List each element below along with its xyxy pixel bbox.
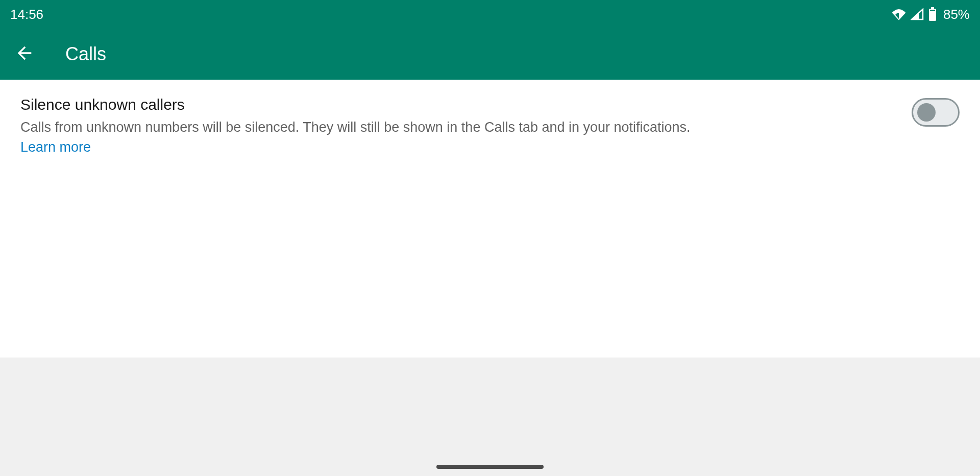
arrow-back-icon <box>14 43 35 65</box>
silence-unknown-callers-setting: Silence unknown callers Calls from unkno… <box>20 96 960 157</box>
battery-percentage: 85% <box>943 7 970 22</box>
status-icons-group: 85% <box>891 7 970 22</box>
silence-unknown-callers-toggle[interactable] <box>912 98 960 127</box>
setting-description: Calls from unknown numbers will be silen… <box>20 117 709 157</box>
settings-content: Silence unknown callers Calls from unkno… <box>0 80 980 358</box>
page-title: Calls <box>65 43 106 65</box>
cellular-icon <box>911 8 924 20</box>
learn-more-link[interactable]: Learn more <box>20 139 91 155</box>
navigation-handle[interactable] <box>436 465 544 469</box>
wifi-icon <box>891 8 906 20</box>
svg-rect-0 <box>931 7 934 9</box>
status-time: 14:56 <box>10 7 43 22</box>
toggle-knob <box>917 103 936 122</box>
setting-title: Silence unknown callers <box>20 96 709 113</box>
setting-text-block: Silence unknown callers Calls from unkno… <box>20 96 709 157</box>
app-bar: Calls <box>0 29 980 80</box>
battery-icon <box>928 7 937 21</box>
back-button[interactable] <box>12 42 37 66</box>
svg-rect-2 <box>930 10 935 11</box>
status-bar: 14:56 85% <box>0 0 980 29</box>
